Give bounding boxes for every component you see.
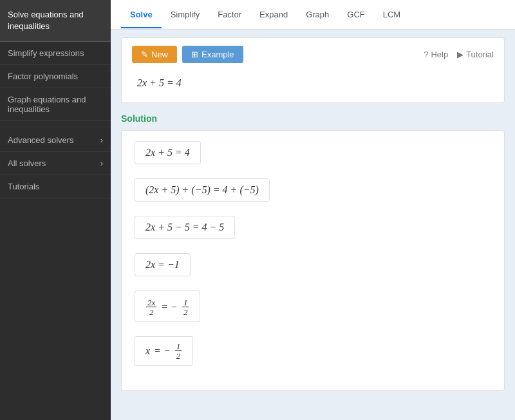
step-2: (2x + 5) + (−5) = 4 + (−5) [135,178,491,209]
step-6: x = − 1 2 [135,336,491,374]
sidebar-item-simplify[interactable]: Simplify expressions [0,42,111,65]
example-button[interactable]: ⊞ Example [182,46,243,63]
new-button[interactable]: ✎ New [132,46,177,63]
step-5: 2x 2 = − 1 2 [135,291,491,330]
help-link[interactable]: ? Help [424,50,448,59]
sidebar-item-all-solvers[interactable]: All solvers › [0,152,111,175]
sidebar: Solve equations and inequalities Simplif… [0,0,111,420]
question-icon: ? [424,50,428,59]
tab-lcm[interactable]: LCM [374,2,409,28]
tab-graph[interactable]: Graph [297,2,338,28]
tab-expand[interactable]: Expand [250,2,297,28]
step-3-expr: 2x + 5 − 5 = 4 − 5 [135,216,235,239]
step-3: 2x + 5 − 5 = 4 − 5 [135,216,491,247]
step-1: 2x + 5 = 4 [135,141,491,172]
input-toolbar: ✎ New ⊞ Example ? Help ▶ Tutorial [132,46,494,63]
sidebar-gap [0,121,111,129]
tutorial-link[interactable]: ▶ Tutorial [457,50,494,59]
solution-box: 2x + 5 = 4 (2x + 5) + (−5) = 4 + (−5) 2x… [121,130,505,391]
input-area: ✎ New ⊞ Example ? Help ▶ Tutorial [121,37,505,103]
grid-icon: ⊞ [191,50,198,59]
toolbar-left: ✎ New ⊞ Example [132,46,243,63]
tab-solve[interactable]: Solve [121,2,162,28]
step-5-expr: 2x 2 = − 1 2 [135,291,200,322]
sidebar-item-factor[interactable]: Factor polynomials [0,65,111,88]
math-expression: 2x + 5 = 4 [132,71,494,90]
tab-factor[interactable]: Factor [209,2,250,28]
sidebar-item-tutorials[interactable]: Tutorials [0,175,111,198]
step-4: 2x = −1 [135,253,491,284]
step-6-expr: x = − 1 2 [135,336,193,366]
pencil-icon: ✎ [141,50,148,59]
toolbar-right: ? Help ▶ Tutorial [424,50,494,59]
sidebar-header-text: Solve equations and inequalities [8,10,84,31]
step-4-expr: 2x = −1 [135,253,191,276]
solution-label: Solution [121,113,505,124]
tab-gcf[interactable]: GCF [338,2,373,28]
sidebar-item-graph[interactable]: Graph equations and inequalities [0,88,111,121]
solution-section: Solution 2x + 5 = 4 (2x + 5) + (−5) = 4 … [121,113,505,391]
sidebar-header[interactable]: Solve equations and inequalities [0,0,111,42]
play-icon: ▶ [457,50,464,59]
tab-bar: Solve Simplify Factor Expand Graph GCF L… [111,0,515,30]
step-1-expr: 2x + 5 = 4 [135,141,201,164]
chevron-right-icon: › [100,135,103,145]
sidebar-item-advanced[interactable]: Advanced solvers › [0,129,111,152]
chevron-right-icon: › [100,158,103,168]
step-2-expr: (2x + 5) + (−5) = 4 + (−5) [135,178,270,202]
main-content: Solve Simplify Factor Expand Graph GCF L… [111,0,515,420]
tab-simplify[interactable]: Simplify [162,2,209,28]
